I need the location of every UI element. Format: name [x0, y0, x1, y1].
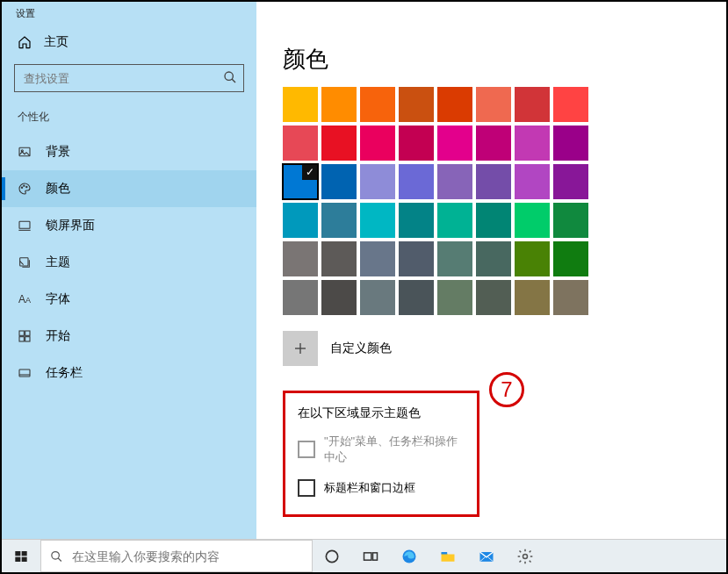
sidebar-item-taskbar[interactable]: 任务栏 — [2, 355, 256, 391]
color-swatch[interactable] — [476, 203, 511, 238]
main-content: 颜色 ✓ 自定义颜色 7 在以下区域显示主题色 "开始"菜单、任务栏和操作中心 … — [256, 2, 726, 539]
section-label: 个性化 — [2, 103, 256, 133]
color-swatch[interactable] — [360, 87, 395, 122]
start-button[interactable] — [2, 540, 40, 572]
sidebar-item-background[interactable]: 背景 — [2, 133, 256, 170]
search-input[interactable] — [14, 64, 244, 92]
color-swatch[interactable] — [437, 164, 472, 199]
color-swatch[interactable] — [321, 126, 357, 161]
color-swatch[interactable] — [515, 241, 550, 276]
svg-rect-20 — [15, 556, 20, 561]
color-swatch[interactable] — [515, 164, 550, 199]
mail-icon[interactable] — [467, 540, 506, 572]
color-swatch[interactable] — [515, 280, 550, 315]
color-swatch[interactable] — [399, 280, 434, 315]
color-swatch[interactable] — [553, 164, 588, 199]
sidebar-item-label: 锁屏界面 — [46, 218, 95, 233]
color-swatch[interactable] — [553, 126, 588, 161]
home-label: 主页 — [44, 34, 68, 50]
custom-color-label: 自定义颜色 — [330, 341, 392, 356]
task-view-icon[interactable] — [351, 540, 390, 572]
color-swatch[interactable] — [360, 241, 395, 276]
color-swatch[interactable] — [476, 87, 511, 122]
color-swatch[interactable] — [321, 164, 357, 199]
color-swatch[interactable] — [476, 164, 511, 199]
taskbar-search[interactable] — [40, 540, 313, 572]
color-swatch[interactable] — [321, 203, 357, 238]
color-swatch[interactable] — [399, 241, 434, 276]
svg-point-30 — [523, 554, 528, 558]
color-swatch[interactable] — [321, 241, 357, 276]
image-icon — [18, 145, 32, 159]
settings-icon[interactable] — [506, 540, 544, 572]
color-swatch[interactable] — [553, 280, 588, 315]
color-swatch[interactable] — [437, 126, 472, 161]
color-swatch[interactable] — [515, 126, 550, 161]
sidebar-item-colors[interactable]: 颜色 — [2, 170, 256, 207]
windows-icon — [14, 549, 28, 563]
color-swatch[interactable] — [399, 203, 434, 238]
color-swatch[interactable] — [283, 126, 318, 161]
cortana-icon[interactable] — [313, 540, 351, 572]
color-swatch[interactable] — [437, 280, 472, 315]
edge-icon[interactable] — [390, 540, 429, 572]
sidebar-item-themes[interactable]: 主题 — [2, 244, 256, 281]
color-swatch[interactable] — [476, 241, 511, 276]
color-swatch[interactable] — [515, 87, 550, 122]
search-icon — [223, 70, 237, 84]
color-swatch[interactable] — [283, 241, 318, 276]
sidebar-item-lockscreen[interactable]: 锁屏界面 — [2, 207, 256, 244]
checkbox-label: "开始"菜单、任务栏和操作中心 — [324, 434, 461, 465]
themes-icon — [18, 255, 32, 269]
svg-point-6 — [26, 186, 27, 187]
checkbox-titlebars[interactable]: 标题栏和窗口边框 — [298, 479, 461, 497]
color-swatch[interactable] — [283, 87, 318, 122]
color-swatch[interactable] — [399, 164, 434, 199]
custom-color-button[interactable] — [283, 331, 318, 366]
color-swatch[interactable] — [476, 280, 511, 315]
sidebar-item-label: 颜色 — [46, 181, 70, 197]
explorer-icon[interactable] — [429, 540, 467, 572]
color-swatch[interactable] — [515, 203, 550, 238]
color-swatch[interactable]: ✓ — [283, 164, 318, 199]
color-swatch[interactable] — [476, 126, 511, 161]
color-swatch[interactable] — [321, 87, 357, 122]
color-swatch[interactable] — [283, 203, 318, 238]
color-swatch[interactable] — [283, 280, 318, 315]
sidebar-item-label: 任务栏 — [46, 365, 83, 381]
home-nav[interactable]: 主页 — [2, 25, 256, 59]
color-swatch[interactable] — [399, 126, 434, 161]
color-swatch[interactable] — [553, 203, 588, 238]
page-title: 颜色 — [283, 44, 726, 75]
color-swatch[interactable] — [360, 280, 395, 315]
color-swatch[interactable] — [553, 87, 588, 122]
checkbox-box[interactable] — [298, 479, 315, 497]
svg-rect-18 — [15, 551, 20, 556]
sidebar: 设置 主页 个性化 背景 颜色 锁屏界面 — [2, 2, 256, 539]
sidebar-item-label: 字体 — [46, 291, 70, 307]
color-swatch[interactable] — [553, 241, 588, 276]
svg-line-23 — [58, 557, 61, 561]
color-swatch[interactable] — [360, 126, 395, 161]
svg-rect-7 — [19, 221, 30, 228]
sidebar-item-label: 开始 — [46, 328, 70, 344]
checkbox-start-taskbar: "开始"菜单、任务栏和操作中心 — [298, 434, 461, 465]
svg-point-22 — [52, 551, 60, 559]
svg-rect-25 — [364, 552, 371, 559]
home-icon — [18, 35, 32, 49]
taskbar-search-input[interactable] — [72, 549, 303, 563]
color-swatch[interactable] — [437, 241, 472, 276]
sidebar-item-fonts[interactable]: AA 字体 — [2, 281, 256, 318]
color-swatch[interactable] — [360, 203, 395, 238]
svg-rect-19 — [22, 551, 27, 556]
color-swatch[interactable] — [437, 203, 472, 238]
accent-section-title: 在以下区域显示主题色 — [298, 405, 461, 421]
color-swatch[interactable] — [399, 87, 434, 122]
sidebar-item-start[interactable]: 开始 — [2, 318, 256, 355]
checkbox-label: 标题栏和窗口边框 — [324, 480, 415, 496]
color-swatch[interactable] — [437, 87, 472, 122]
checkbox-box — [298, 441, 315, 458]
color-swatch[interactable] — [360, 164, 395, 199]
sidebar-item-label: 主题 — [46, 255, 70, 270]
color-swatch[interactable] — [321, 280, 357, 315]
